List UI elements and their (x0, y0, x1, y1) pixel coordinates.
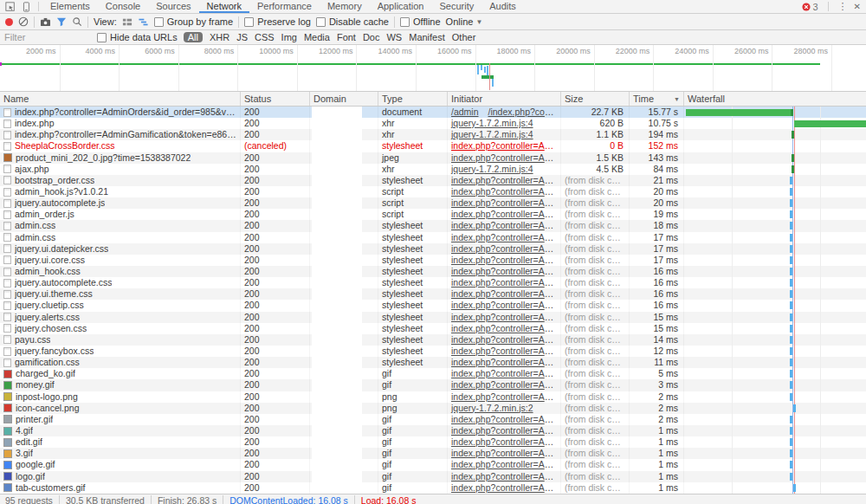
initiator-link[interactable]: index.php?controller=AdminOrders... (451, 368, 561, 378)
tab-network[interactable]: Network (199, 0, 249, 13)
initiator-link[interactable]: index.php?controller=AdminOrders... (451, 448, 561, 458)
filter-pill-other[interactable]: Other (452, 32, 476, 42)
request-row[interactable]: jquery.alerts.css200stylesheetindex.php?… (0, 312, 866, 323)
preserve-log-checkbox[interactable]: Preserve log (244, 16, 311, 27)
initiator-link[interactable]: jquery-1.7.2.min.js:2 (451, 403, 533, 413)
request-row[interactable]: admin_hook.js?v1.0.21200scriptindex.php?… (0, 186, 866, 197)
initiator-link[interactable]: index.php?controller=AdminOrders... (451, 220, 561, 230)
initiator-link[interactable]: index.php?controller=AdminOrders... (451, 471, 561, 481)
initiator-link[interactable]: index.php?controller=AdminOrders... (451, 277, 561, 288)
tab-performance[interactable]: Performance (249, 0, 320, 13)
column-header-initiator[interactable]: Initiator (448, 92, 561, 106)
initiator-link[interactable]: index.php?controller=AdminOrders... (451, 436, 561, 447)
filter-pill-ws[interactable]: WS (386, 32, 402, 42)
tab-sources[interactable]: Sources (148, 0, 198, 13)
request-row[interactable]: 3.gif200gifindex.php?controller=AdminOrd… (0, 448, 866, 459)
filter-pill-xhr[interactable]: XHR (210, 32, 229, 42)
request-row[interactable]: jquery.cluetip.css200stylesheetindex.php… (0, 300, 866, 311)
request-row[interactable]: jquery.ui.datepicker.css200stylesheetind… (0, 243, 866, 255)
close-devtools-icon[interactable]: ✕ (854, 2, 861, 11)
request-row[interactable]: jquery.chosen.css200stylesheetindex.php?… (0, 323, 866, 334)
checkbox-icon[interactable] (316, 17, 326, 27)
capture-screenshots-icon[interactable] (40, 17, 51, 27)
initiator-link[interactable]: index.php?controller=AdminOrders... (451, 379, 561, 390)
initiator-link[interactable]: index.php?controller=AdminOrders... (451, 346, 561, 356)
request-row[interactable]: inpost-logo.png200pngindex.php?controlle… (0, 391, 866, 403)
tab-console[interactable]: Console (98, 0, 148, 13)
request-row[interactable]: jquery.ui.core.css200stylesheetindex.php… (0, 255, 866, 266)
request-row[interactable]: gamification.css200stylesheetindex.php?c… (0, 357, 866, 368)
initiator-link[interactable]: index.php?controller=AdminOrders... (451, 243, 561, 254)
request-row[interactable]: tab-customers.gif200gifindex.php?control… (0, 482, 866, 494)
request-row[interactable]: jquery.ui.theme.css200stylesheetindex.ph… (0, 288, 866, 300)
request-row[interactable]: admin.css200stylesheetindex.php?controll… (0, 220, 866, 231)
filter-pill-font[interactable]: Font (337, 32, 356, 42)
filter-pill-doc[interactable]: Doc (363, 32, 380, 42)
search-icon[interactable] (72, 16, 82, 27)
tab-security[interactable]: Security (431, 0, 481, 13)
initiator-link[interactable]: index.php?controller=AdminOrders... (451, 288, 561, 299)
column-header-type[interactable]: Type (378, 92, 448, 106)
initiator-link[interactable]: index.php?controller=AdminOrders... (451, 197, 561, 208)
request-row[interactable]: icon-cancel.png200pngjquery-1.7.2.min.js… (0, 403, 866, 414)
request-row[interactable]: admin.css200stylesheetindex.php?controll… (0, 232, 866, 243)
column-header-waterfall[interactable]: Waterfall (684, 92, 866, 106)
filter-icon[interactable] (56, 17, 67, 27)
initiator-link[interactable]: index.php?controller=AdminOrders... (451, 232, 561, 242)
request-row[interactable]: charged_ko.gif200gifindex.php?controller… (0, 368, 866, 379)
request-row[interactable]: admin_hook.css200stylesheetindex.php?con… (0, 266, 866, 277)
initiator-link[interactable]: index.php?controller=AdminOrders... (451, 152, 561, 163)
initiator-link[interactable]: index.php?controller=AdminOrders... (451, 255, 561, 265)
initiator-link[interactable]: index.php?controller=AdminOrders... (451, 357, 561, 367)
initiator-link[interactable]: index.php?controller=AdminOrders... (451, 266, 561, 276)
request-row[interactable]: bootstrap_order.css200stylesheetindex.ph… (0, 175, 866, 186)
filter-pill-css[interactable]: CSS (255, 32, 275, 42)
request-row[interactable]: payu.css200stylesheetindex.php?controlle… (0, 334, 866, 346)
clear-icon[interactable] (18, 16, 29, 27)
filter-input[interactable] (4, 32, 91, 42)
request-row[interactable]: SheeplaCrossBorder.css(canceled)styleshe… (0, 140, 866, 152)
checkbox-icon[interactable] (154, 17, 164, 27)
initiator-link[interactable]: index.php?controller=AdminOrders... (451, 459, 561, 469)
initiator-link[interactable]: index.php?controller=AdminOrders... (451, 334, 561, 345)
checkbox-icon[interactable] (244, 17, 254, 27)
request-row[interactable]: 4.gif200gifindex.php?controller=AdminOrd… (0, 425, 866, 436)
filter-pill-js[interactable]: JS (236, 32, 248, 42)
request-row[interactable]: admin_order.js200scriptindex.php?control… (0, 209, 866, 220)
request-row[interactable]: jquery.autocomplete.js200scriptindex.php… (0, 197, 866, 209)
column-header-status[interactable]: Status (241, 92, 310, 106)
waterfall-view-icon[interactable] (138, 17, 149, 27)
initiator-link[interactable]: index.php?controller=AdminOrders... (451, 414, 561, 424)
filter-pill-all[interactable]: All (184, 32, 203, 42)
request-row[interactable]: money.gif200gifindex.php?controller=Admi… (0, 379, 866, 391)
hide-data-urls-checkbox[interactable]: Hide data URLs (97, 32, 178, 42)
initiator-link[interactable]: /admin (451, 107, 479, 117)
tab-application[interactable]: Application (370, 0, 432, 13)
column-header-domain[interactable]: Domain (310, 92, 378, 106)
column-header-name[interactable]: Name (0, 92, 241, 106)
filter-pill-img[interactable]: Img (281, 32, 297, 42)
column-header-time[interactable]: Time▼ (630, 92, 684, 106)
initiator-link[interactable]: jquery-1.7.2.min.js:4 (451, 164, 533, 174)
tab-elements[interactable]: Elements (42, 0, 98, 13)
initiator-link[interactable]: index.php?controller=AdminOrders... (451, 209, 561, 219)
device-toolbar-icon[interactable] (19, 1, 33, 12)
checkbox-icon[interactable] (400, 17, 410, 27)
group-by-frame-checkbox[interactable]: Group by frame (154, 16, 233, 27)
initiator-link[interactable]: index.php?controller=AdminOrders... (451, 312, 561, 322)
console-error-badge[interactable]: 3 (802, 2, 818, 12)
network-overview[interactable]: 2000 ms4000 ms6000 ms8000 ms10000 ms1200… (0, 45, 866, 92)
initiator-link[interactable]: index.php?controller=AdminOrders... (451, 186, 561, 197)
request-row[interactable]: jquery.autocomplete.css200stylesheetinde… (0, 277, 866, 288)
request-row[interactable]: printer.gif200gifindex.php?controller=Ad… (0, 414, 866, 425)
request-row[interactable]: jquery.fancybox.css200stylesheetindex.ph… (0, 346, 866, 357)
initiator-link[interactable]: index.php?controller=AdminOrders... (451, 482, 561, 493)
request-row[interactable]: logo.gif200gifindex.php?controller=Admin… (0, 471, 866, 482)
request-row[interactable]: index.php?controller=AdminOrders&id_orde… (0, 107, 866, 118)
initiator-link[interactable]: index.php?controller=AdminOrders... (451, 391, 561, 402)
request-row[interactable]: index.php?controller=AdminGamification&t… (0, 129, 866, 140)
initiator-link[interactable]: index.php?controller=AdminOrders... (451, 175, 561, 185)
request-row[interactable]: index.php200xhrjquery-1.7.2.min.js:4620 … (0, 118, 866, 129)
initiator-link[interactable]: jquery-1.7.2.min.js:4 (451, 118, 533, 128)
initiator-link[interactable]: index.php?controller=AdminOrders... (451, 140, 561, 151)
